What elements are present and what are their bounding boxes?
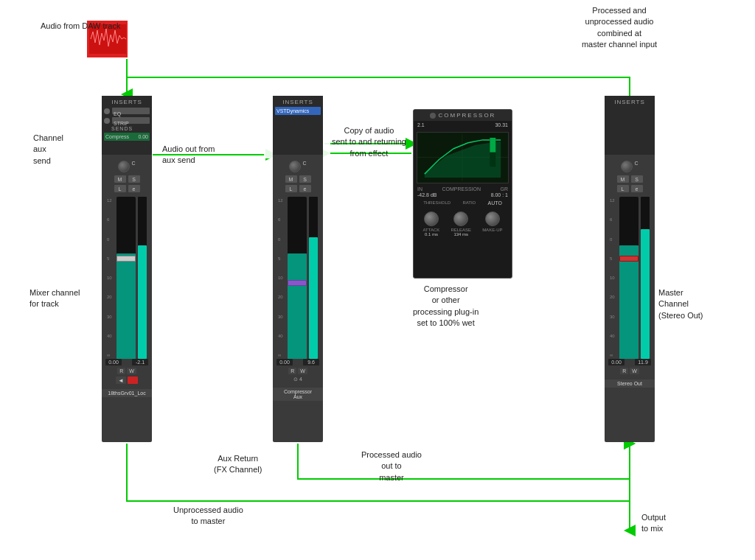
comp-ratio-label: RATIO [462, 200, 476, 205]
ch3-pan-knob[interactable] [621, 161, 633, 172]
label-compressor: Compressoror otherprocessing plug-inset … [413, 284, 479, 329]
comp-release-knob[interactable] [453, 211, 468, 226]
ch1-dot-eq [104, 108, 110, 114]
comp-header: COMPRESSOR [414, 110, 512, 121]
ch3-edit-btn[interactable]: e [631, 185, 643, 192]
ch1-rec-btn[interactable] [128, 377, 138, 384]
aux-return-channel: INSERTS VSTDynamics C M S L e 1260510203… [273, 96, 323, 442]
ch1-fader-val: 0.00 [105, 359, 122, 365]
ch1-sends-label: SENDS [104, 126, 150, 131]
ch3-header: INSERTS [605, 96, 655, 155]
ch1-name: 18thsGrv01_Loc [102, 389, 152, 397]
ch2-name: CompressorAux [273, 388, 323, 401]
label-copy-audio: Copy of audiosent to and returningfrom e… [332, 125, 406, 159]
ch1-strip-slot: STRIP [112, 117, 150, 124]
ch3-solo-btn[interactable]: S [631, 175, 643, 183]
svg-rect-12 [490, 138, 495, 153]
ch3-values: 0.00 11.9 [607, 359, 653, 365]
ch2-body: C M S L e 1260510203040∞ [273, 155, 323, 385]
ch2-header: INSERTS VSTDynamics [273, 96, 323, 155]
ch1-inserts-label: INSERTS [104, 97, 150, 105]
ch2-pan-knob[interactable] [289, 161, 301, 172]
comp-attack-knob[interactable] [424, 211, 439, 226]
ch2-edit-btn[interactable]: e [299, 185, 311, 192]
label-aux-return: Aux Return(FX Channel) [214, 453, 262, 476]
comp-gr-label: GR [500, 186, 508, 192]
comp-params: THRESHOLD RATIO AUTO [414, 198, 512, 208]
ch1-read-btn[interactable]: R [117, 368, 125, 374]
ch3-read-btn[interactable]: R [620, 368, 628, 374]
ch3-fader-handle[interactable] [619, 256, 639, 262]
ch2-vst-slot[interactable]: VSTDynamics [275, 107, 321, 115]
ch3-meter-val: 11.9 [635, 359, 651, 365]
comp-knobs: ATTACK 0.1 ms RELEASE 134 ms MAKE-UP [414, 208, 512, 240]
ch3-mute-btn[interactable]: M [617, 175, 629, 183]
label-audio-out-aux: Audio out fromaux send [162, 144, 215, 167]
ch1-compress-slot[interactable]: Compress 0.00 [104, 133, 150, 141]
mixer-channel-1: INSERTS EQ STRIP SENDS Compress 0.00 [102, 96, 152, 442]
ch1-listen-btn[interactable]: L [114, 185, 126, 192]
ch2-read-btn[interactable]: R [288, 368, 296, 374]
label-channel-aux-send: Channelauxsend [33, 133, 63, 167]
comp-display [417, 132, 509, 183]
comp-makeup-knob[interactable] [485, 211, 500, 226]
ch3-write-btn[interactable]: W [630, 368, 639, 374]
ch1-meter-val: -2.1 [132, 359, 148, 365]
ch1-compress-val: 0.00 [138, 134, 148, 139]
label-master-channel: MasterChannel(Stereo Out) [658, 287, 703, 321]
compressor-plugin: COMPRESSOR 2.1 30.31 IN [413, 109, 512, 279]
comp-labels: IN COMPRESSION GR [414, 186, 512, 192]
ch1-write-btn[interactable]: W [127, 368, 136, 374]
label-processed-out: Processed audioout tomaster [361, 449, 422, 483]
ch1-dot-strip [104, 118, 110, 124]
ch2-mute-btn[interactable]: M [285, 175, 297, 183]
ch2-inserts-label: INSERTS [275, 97, 321, 105]
label-unprocessed-master: Unprocessed audioto master [173, 505, 243, 528]
ch3-listen-btn[interactable]: L [617, 185, 629, 192]
ch1-mute-btn[interactable]: M [114, 175, 126, 183]
comp-in-label: IN [417, 186, 422, 192]
comp-makeup-label: MAKE-UP [482, 228, 502, 232]
comp-compression-label: COMPRESSION [442, 186, 481, 192]
label-audio-from-daw: Audio from DAW track [41, 21, 120, 32]
diagram-container: Audio from DAW track Channelauxsend Mixe… [0, 0, 755, 560]
ch1-header: INSERTS EQ STRIP SENDS Compress 0.00 [102, 96, 152, 155]
label-output-to-mix: Outputto mix [641, 512, 666, 535]
ch3-fader-val: 0.00 [608, 359, 624, 365]
ch1-fader-handle[interactable] [116, 256, 136, 262]
ch1-body: C M S L e 12 6 0 5 10 20 30 [102, 155, 152, 387]
ch1-back-btn[interactable]: ◄ [116, 377, 126, 384]
ch1-compress-label: Compress [105, 134, 129, 139]
ch2-meter-val: 9.6 [303, 359, 319, 365]
ch1-values: 0.00 -2.1 [104, 359, 150, 365]
ch2-fader-handle[interactable] [288, 280, 307, 286]
ch2-solo-btn[interactable]: S [299, 175, 311, 183]
ch1-edit-btn[interactable]: e [128, 185, 140, 192]
label-processed-unprocessed: Processed andunprocessed audiocombined a… [568, 5, 671, 51]
ch2-listen-btn[interactable]: L [285, 185, 297, 192]
ch3-name: Stereo Out [605, 379, 655, 388]
ch2-fader-val: 0.00 [276, 359, 293, 365]
comp-auto-label: AUTO [488, 200, 502, 206]
ch3-inserts-label: INSERTS [607, 97, 653, 105]
master-channel: INSERTS C M S L e 1260510203040∞ [605, 96, 655, 442]
label-mixer-channel: Mixer channelfor track [29, 287, 80, 310]
comp-title: COMPRESSOR [439, 112, 496, 119]
ch1-pan-knob[interactable] [118, 161, 130, 172]
ch3-body: C M S L e 1260510203040∞ [605, 155, 655, 377]
ch2-values: 0.00 9.6 [275, 359, 321, 365]
ch1-eq-slot: EQ [112, 108, 150, 114]
comp-threshold-label: THRESHOLD [423, 200, 450, 205]
ch2-vst-label: VSTDynamics [276, 108, 309, 113]
ch2-write-btn[interactable]: W [298, 368, 307, 374]
ch1-solo-btn[interactable]: S [128, 175, 140, 183]
